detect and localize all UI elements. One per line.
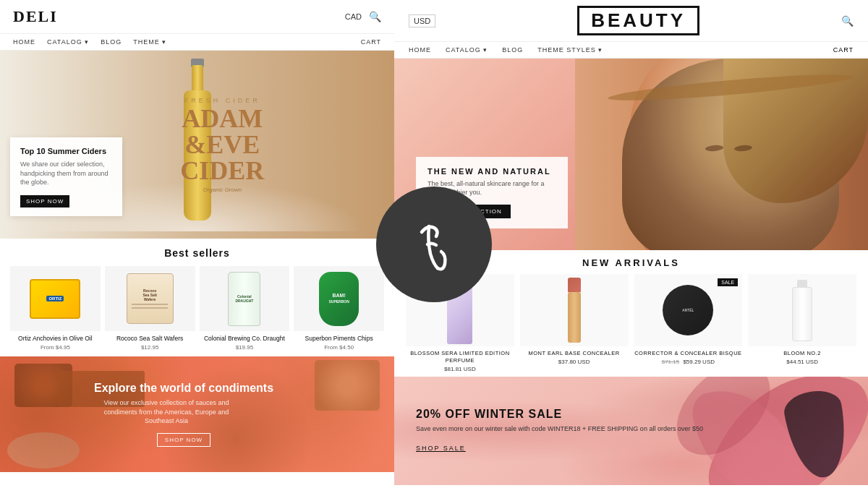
deli-cart[interactable]: CART <box>361 38 381 46</box>
deli-logo: DELI <box>13 7 58 26</box>
chips-bag-illustration: BAM!SUPERBON <box>319 272 359 326</box>
beauty-product-img-4 <box>748 274 856 346</box>
beauty-logo: BEAUTY <box>577 6 699 35</box>
beauty-nav-left: HOME CATALOG ▾ BLOG THEME STYLES ▾ <box>409 46 603 53</box>
deli-product-name-3: Colonial Brewing Co. Draught <box>200 335 290 343</box>
beauty-search-icon[interactable]: 🔍 <box>841 15 854 27</box>
deli-product-4[interactable]: BAM!SUPERBON Superbon Piments Chips From… <box>294 266 384 351</box>
deli-bestsellers: Best sellers ORTIZ Ortiz Anchovies in Ol… <box>0 239 394 356</box>
beauty-header-icons: 🔍 <box>841 15 854 27</box>
deli-product-price-3: $19.95 <box>200 344 290 351</box>
deli-banner-title: Explore the world of condiments <box>94 382 273 395</box>
deli-product-img-1: ORTIZ <box>10 266 101 331</box>
beauty-product-2[interactable]: MONT EARL BASE CONCEALER $37.80 USD <box>520 274 629 372</box>
beauty-product-name-1: BLOSSOM SERA LIMITED EDITION PERFUME <box>406 350 514 364</box>
deli-nav-theme[interactable]: THEME ▾ <box>133 38 166 46</box>
beauty-product-price-1: $81.81 USD <box>406 366 514 372</box>
beauty-hero-title: THE NEW AND NATURAL <box>427 167 556 176</box>
deli-header-right: CAD 🔍 <box>345 11 381 22</box>
deli-panel: DELI CAD 🔍 HOME CATALOG ▾ BLOG THEME ▾ C… <box>0 0 394 488</box>
beauty-header: USD BEAUTY 🔍 <box>394 0 868 42</box>
deli-bestsellers-title: Best sellers <box>10 247 384 259</box>
deli-blog-button[interactable]: SHOP NOW <box>20 195 69 207</box>
deli-product-img-3: ColonialDRAUGHT <box>200 266 290 331</box>
old-price: $71.15 <box>662 359 679 365</box>
beauty-nav-theme[interactable]: THEME STYLES ▾ <box>537 46 603 53</box>
deli-hero-subtitle: Organic Grown <box>180 187 264 193</box>
beauty-cart[interactable]: CART <box>833 46 854 53</box>
sale-badge: SALE <box>718 278 738 286</box>
deli-search-icon[interactable]: 🔍 <box>369 11 381 22</box>
beauty-banner-title: 20% OFF WINTER SALE <box>416 408 703 421</box>
deli-nav-catalog[interactable]: CATALOG ▾ <box>47 38 89 46</box>
beauty-currency[interactable]: USD <box>409 14 435 27</box>
deli-currency[interactable]: CAD <box>345 12 362 21</box>
sardine-can-illustration: ORTIZ <box>30 279 80 319</box>
beauty-nav-catalog[interactable]: CATALOG ▾ <box>446 46 488 53</box>
deli-product-1[interactable]: ORTIZ Ortiz Anchovies in Olive Oil From … <box>10 266 101 351</box>
beauty-nav-home[interactable]: HOME <box>409 46 431 53</box>
deli-hero: FRESH CIDER ADAM&EVECIDER Organic Grown … <box>0 51 394 239</box>
beauty-product-4[interactable]: BLOOM NO.2 $44.51 USD <box>748 274 856 372</box>
beauty-product-price-2: $37.80 USD <box>520 359 629 365</box>
beauty-banner-link[interactable]: SHOP SALE <box>416 445 466 452</box>
deli-blog-card: Top 10 Summer Ciders We share our cider … <box>10 137 122 216</box>
beauty-product-name-2: MONT EARL BASE CONCEALER <box>520 350 629 357</box>
beauty-product-img-2 <box>520 274 629 346</box>
deli-hero-text: FRESH CIDER ADAM&EVECIDER Organic Grown <box>180 97 264 193</box>
deli-product-img-4: BAM!SUPERBON <box>294 266 384 331</box>
lipstick-body <box>568 292 581 343</box>
deli-product-img-2: RococoSea SaltWafers <box>105 266 195 331</box>
beauty-bottom-banner: 20% OFF WINTER SALE Save even more on ou… <box>394 377 868 485</box>
deli-bottom-banner: Explore the world of condiments View our… <box>0 356 394 472</box>
deli-product-name-2: Rococo Sea Salt Wafers <box>105 335 195 343</box>
deli-banner-sub: View our exclusive collection of sauces … <box>94 398 239 426</box>
lipstick-tip <box>568 278 581 292</box>
beauty-product-name-3: CORRECTOR & CONCEALER BISQUE <box>634 350 743 357</box>
beauty-nav-blog[interactable]: BLOG <box>502 46 523 53</box>
deli-nav: HOME CATALOG ▾ BLOG THEME ▾ CART <box>0 34 394 51</box>
deli-banner-button[interactable]: SHOP NOW <box>157 433 210 447</box>
beauty-banner-sub: Save even more on our winter sale with c… <box>416 424 703 435</box>
deli-hero-small: FRESH CIDER <box>180 97 264 104</box>
deli-product-price-1: From $4.95 <box>10 344 101 351</box>
deli-product-name-4: Superbon Piments Chips <box>294 335 384 343</box>
center-logo-overlay <box>376 187 492 302</box>
deli-nav-left: HOME CATALOG ▾ BLOG THEME ▾ <box>13 38 166 46</box>
compact-illustration: ARTÉL <box>663 285 713 335</box>
beauty-product-price-3: $71.15 $59.29 USD <box>634 359 743 365</box>
beauty-product-3[interactable]: SALE ARTÉL CORRECTOR & CONCEALER BISQUE … <box>634 274 743 372</box>
wafer-box-illustration: RococoSea SaltWafers <box>127 273 174 324</box>
draught-can-illustration: ColonialDRAUGHT <box>228 272 260 326</box>
deli-product-price-2: $12.95 <box>105 344 195 351</box>
deli-product-2[interactable]: RococoSea SaltWafers Rococo Sea Salt Waf… <box>105 266 195 351</box>
deli-product-3[interactable]: ColonialDRAUGHT Colonial Brewing Co. Dra… <box>200 266 290 351</box>
deli-header: DELI CAD 🔍 <box>0 0 394 34</box>
deli-products-grid: ORTIZ Ortiz Anchovies in Olive Oil From … <box>10 266 384 351</box>
deli-blog-desc: We share our cider selection, handpickin… <box>20 160 112 187</box>
beauty-products-grid: BLOSSOM SERA LIMITED EDITION PERFUME $81… <box>406 274 856 372</box>
deli-hero-main: ADAM&EVECIDER <box>180 106 264 184</box>
deli-product-name-1: Ortiz Anchovies in Olive Oil <box>10 335 101 343</box>
deli-banner-content: Explore the world of condiments View our… <box>94 382 273 447</box>
current-price: $59.29 USD <box>683 359 715 365</box>
beauty-nav: HOME CATALOG ▾ BLOG THEME STYLES ▾ CART <box>394 42 868 59</box>
deli-nav-blog[interactable]: BLOG <box>101 38 122 46</box>
deli-product-price-4: From $4.50 <box>294 344 384 351</box>
beauty-banner-content: 20% OFF WINTER SALE Save even more on ou… <box>394 408 725 453</box>
bloom-bottle <box>792 287 812 341</box>
beauty-product-img-3: SALE ARTÉL <box>634 274 743 346</box>
deli-nav-home[interactable]: HOME <box>13 38 35 46</box>
deli-blog-title: Top 10 Summer Ciders <box>20 146 112 156</box>
beauty-product-price-4: $44.51 USD <box>748 359 856 365</box>
beauty-product-name-4: BLOOM NO.2 <box>748 350 856 357</box>
turbo-logo-icon <box>401 212 467 277</box>
